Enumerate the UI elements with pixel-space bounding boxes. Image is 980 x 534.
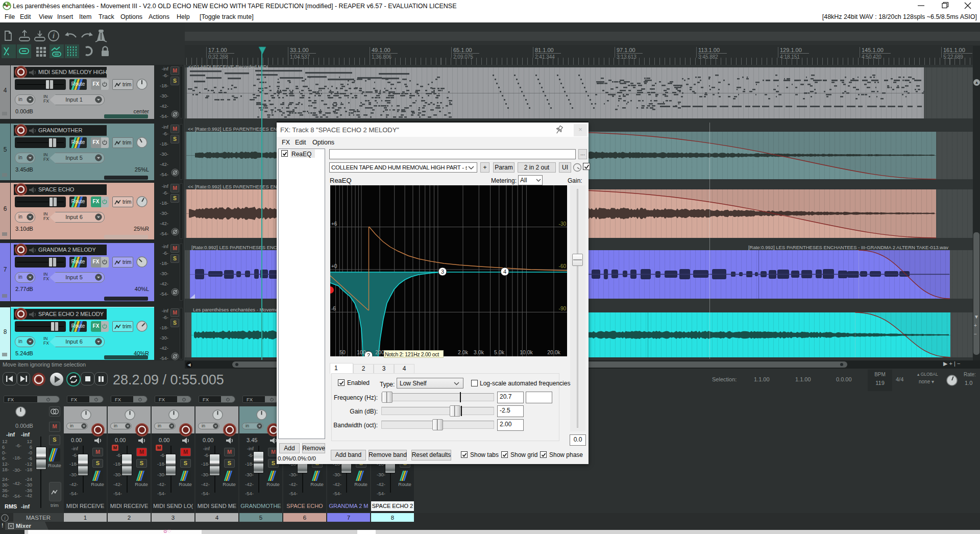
svg-text:20.0k: 20.0k xyxy=(547,349,560,355)
svg-text:200: 200 xyxy=(375,349,384,355)
svg-text:-6: -6 xyxy=(331,306,336,311)
svg-text:3.0k: 3.0k xyxy=(474,349,484,355)
svg-text:10.0k: 10.0k xyxy=(520,349,533,355)
svg-text:-90: -90 xyxy=(559,306,567,311)
svg-text:2.0k: 2.0k xyxy=(458,349,469,355)
svg-text:5.0k: 5.0k xyxy=(494,349,505,355)
svg-text:100: 100 xyxy=(357,349,366,355)
svg-text:i: i xyxy=(4,515,6,521)
svg-text:4: 4 xyxy=(503,269,506,275)
svg-text:2: 2 xyxy=(367,352,370,356)
svg-text:-30: -30 xyxy=(559,221,567,227)
svg-text:50: 50 xyxy=(339,349,346,355)
svg-text:+0: +0 xyxy=(331,263,337,269)
svg-text:+6: +6 xyxy=(331,221,337,227)
svg-text:3: 3 xyxy=(441,269,444,275)
svg-text:-60: -60 xyxy=(559,263,567,269)
